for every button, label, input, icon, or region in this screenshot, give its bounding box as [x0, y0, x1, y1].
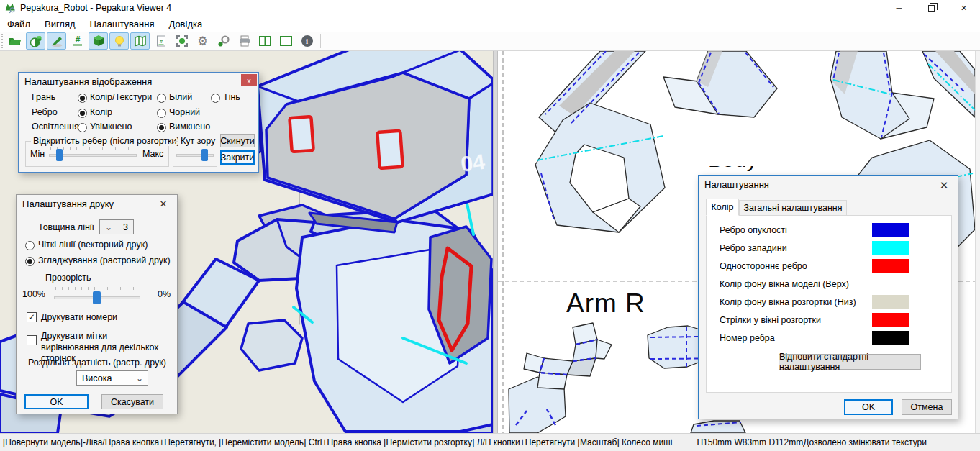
fov-slider-thumb[interactable]: [201, 149, 208, 161]
close-button[interactable]: ✕: [948, 0, 980, 16]
single-edge-swatch[interactable]: [872, 259, 909, 273]
close-display-button[interactable]: Закрити: [220, 150, 255, 165]
lighting-on-radio[interactable]: [78, 123, 87, 132]
minimize-icon: ─: [897, 4, 902, 12]
settings-cancel-button[interactable]: Отмена: [902, 399, 952, 415]
reset-button[interactable]: Скинути: [220, 134, 255, 147]
model-bg-label: Колір фону вікна моделі (Верх): [720, 279, 849, 289]
two-pane-icon: [258, 35, 272, 47]
cube-icon: [92, 35, 105, 47]
status-texture-info: Дозволено змінювати текстури: [803, 437, 927, 447]
face-shadow-radio[interactable]: [211, 94, 220, 103]
print-numbers-button[interactable]: #: [151, 32, 171, 50]
menu-help[interactable]: Довідка: [161, 17, 209, 31]
print-settings-dialog: Налаштування друку ✕ Товщина лінії ⌄ 3 Ч…: [16, 194, 178, 414]
fov-group-label: Кут зору: [178, 136, 217, 146]
menu-file[interactable]: Файл: [0, 17, 37, 31]
face-white-radio[interactable]: [157, 94, 166, 103]
tab-general[interactable]: Загальні налаштування: [739, 200, 847, 216]
transparency-label: Прозорість: [45, 273, 91, 283]
toolbar-separator: [320, 34, 321, 48]
face-label: Грань: [32, 92, 55, 102]
two-pane-layout-button[interactable]: [255, 32, 275, 50]
transparency-right-value: 0%: [158, 289, 171, 299]
edge-number-swatch[interactable]: [872, 331, 909, 345]
resolution-dropdown[interactable]: Висока ⌄: [76, 370, 148, 386]
edge-black-radio[interactable]: [157, 109, 166, 118]
lighting-off-radio[interactable]: [157, 123, 166, 132]
edge-openness-slider[interactable]: [49, 147, 137, 162]
face-shadow-label: Тінь: [223, 92, 240, 102]
pane-divider[interactable]: [493, 51, 498, 433]
convex-edge-swatch[interactable]: [872, 223, 909, 237]
show-textures-button[interactable]: [26, 32, 45, 50]
face-color-texture-radio[interactable]: [78, 94, 87, 103]
config-magnifier-icon: [217, 35, 230, 47]
open-file-button[interactable]: [5, 32, 24, 50]
vector-print-label: Чіткі лінії (векторний друк): [38, 240, 148, 250]
restore-defaults-button[interactable]: Відновити стандартні налаштування: [779, 354, 921, 370]
edge-openness-group-label: Відкритість ребер (після розгортки): [31, 136, 182, 146]
print-cancel-button[interactable]: Скасувати: [101, 394, 163, 409]
settings-dialog: Налаштування ✕ Колір Загальні налаштуван…: [698, 175, 958, 419]
restore-icon: [928, 5, 935, 12]
print-numbers-label: Друкувати номери: [41, 312, 117, 322]
fov-group: Кут зору: [173, 141, 217, 167]
print-numbers-checkbox[interactable]: ✓: [27, 312, 37, 322]
concave-edge-label: Ребро западини: [720, 243, 787, 253]
print-ok-button[interactable]: OK: [24, 394, 89, 409]
show-unfold-pattern-button[interactable]: [130, 32, 150, 50]
fov-slider[interactable]: [176, 147, 214, 162]
unfold-pattern-icon: [134, 35, 147, 47]
edge-color-radio[interactable]: [78, 109, 87, 118]
line-width-spinner[interactable]: ⌄ 3: [99, 219, 134, 234]
transparency-slider-thumb[interactable]: [93, 291, 101, 304]
view-config-button[interactable]: [214, 32, 233, 50]
info-icon: i: [301, 35, 313, 47]
menu-view[interactable]: Вигляд: [37, 17, 83, 31]
pattern-arrows-swatch[interactable]: [872, 313, 909, 327]
max-label: Макс: [142, 149, 163, 159]
select-object-icon: [176, 35, 189, 47]
status-hint-text: [Повернути модель]-Ліва/Права кнопка+Пер…: [0, 437, 697, 447]
fit-to-view-button[interactable]: [172, 32, 191, 50]
concave-edge-swatch[interactable]: [872, 241, 909, 255]
menu-settings[interactable]: Налаштування: [83, 17, 162, 31]
single-pane-layout-button[interactable]: [276, 32, 296, 50]
tab-color[interactable]: Колір: [706, 199, 739, 216]
edge-openness-slider-thumb[interactable]: [56, 149, 63, 161]
pen-edge-icon: [50, 35, 63, 47]
restore-button[interactable]: [915, 0, 948, 16]
raster-print-label: Згладжування (растровий друк): [38, 255, 171, 265]
display-dialog-close-button[interactable]: x: [241, 74, 257, 86]
line-width-value: 3: [123, 222, 128, 232]
alignment-marks-checkbox[interactable]: [27, 335, 37, 345]
vertical-scrollbar[interactable]: [975, 51, 980, 433]
print-button[interactable]: [235, 32, 254, 50]
face-color-texture-label: Колір/Текстури: [90, 92, 152, 102]
settings-ok-button[interactable]: OK: [844, 399, 893, 415]
edge-color-mode-button[interactable]: [47, 32, 66, 50]
settings-button[interactable]: ⚙: [193, 32, 212, 50]
svg-text:#: #: [75, 35, 80, 45]
texture-sphere-icon: [30, 35, 42, 47]
minimize-button[interactable]: ─: [883, 0, 915, 16]
edge-label: Ребро: [32, 107, 58, 117]
lighting-button[interactable]: [109, 32, 129, 50]
show-model-button[interactable]: [89, 32, 108, 50]
color-tab-page: Ребро опуклості Ребро западини Односторо…: [706, 215, 952, 393]
app-window: Pepakura_Robot - Pepakura Viewer 4 ─ ✕ Ф…: [0, 0, 980, 451]
transparency-slider[interactable]: [54, 287, 140, 303]
pattern-label-body: Body: [708, 166, 794, 175]
vector-print-radio[interactable]: [25, 241, 35, 250]
model-marking-text: 04: [459, 150, 486, 176]
show-edge-numbers-button[interactable]: #: [68, 32, 87, 50]
check-icon: ✓: [28, 312, 35, 322]
pattern-bg-swatch[interactable]: [872, 295, 909, 309]
single-edge-label: Одностороннє ребро: [720, 261, 807, 271]
about-button[interactable]: i: [297, 32, 317, 50]
raster-print-radio[interactable]: [25, 257, 35, 266]
model-bg-swatch[interactable]: [872, 277, 909, 291]
print-dialog-close-button[interactable]: ✕: [157, 199, 170, 209]
settings-dialog-close-button[interactable]: ✕: [938, 179, 950, 192]
